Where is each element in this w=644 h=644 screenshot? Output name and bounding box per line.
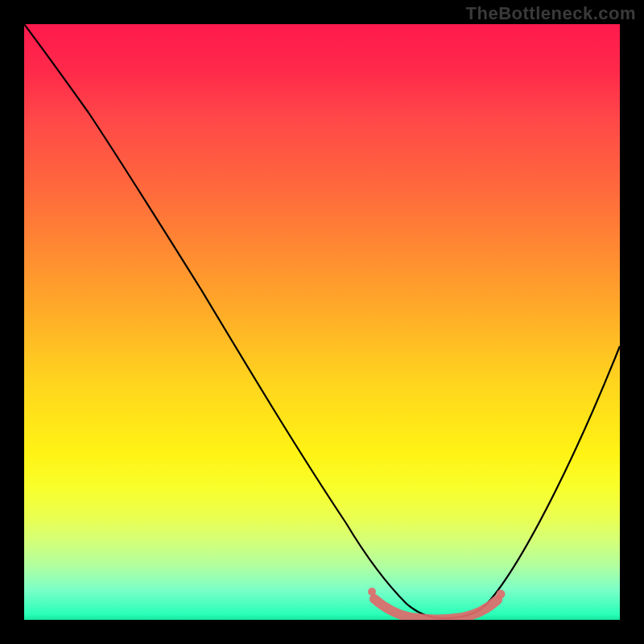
highlight-endpoint-left-icon xyxy=(368,588,376,596)
bottleneck-curve-svg xyxy=(24,24,620,620)
plot-area xyxy=(24,24,620,620)
main-curve-path xyxy=(24,24,620,618)
chart-container: TheBottleneck.com xyxy=(0,0,644,644)
highlight-endpoint-right-icon xyxy=(497,590,506,599)
watermark-text: TheBottleneck.com xyxy=(466,3,636,24)
optimal-zone-highlight xyxy=(374,599,497,619)
